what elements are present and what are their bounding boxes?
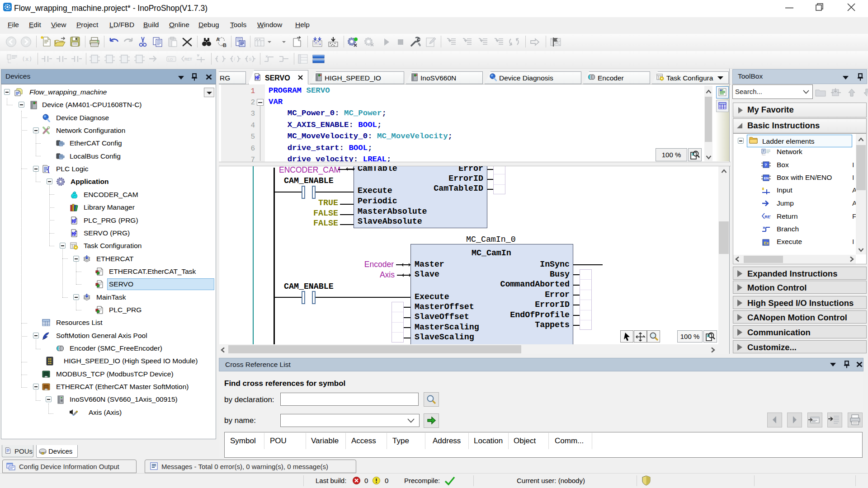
svg-text:EN: EN bbox=[764, 176, 769, 180]
svg-text:(x): (x) bbox=[22, 56, 32, 62]
svg-text:RET: RET bbox=[765, 215, 771, 219]
svg-text:S: S bbox=[249, 57, 252, 61]
svg-text:?: ? bbox=[764, 163, 767, 167]
svg-text:RET: RET bbox=[184, 57, 193, 61]
svg-text:B: B bbox=[223, 42, 226, 48]
svg-text:/: / bbox=[234, 57, 236, 61]
svg-text:LD: LD bbox=[168, 57, 173, 61]
svg-text:Ex: Ex bbox=[764, 241, 769, 245]
